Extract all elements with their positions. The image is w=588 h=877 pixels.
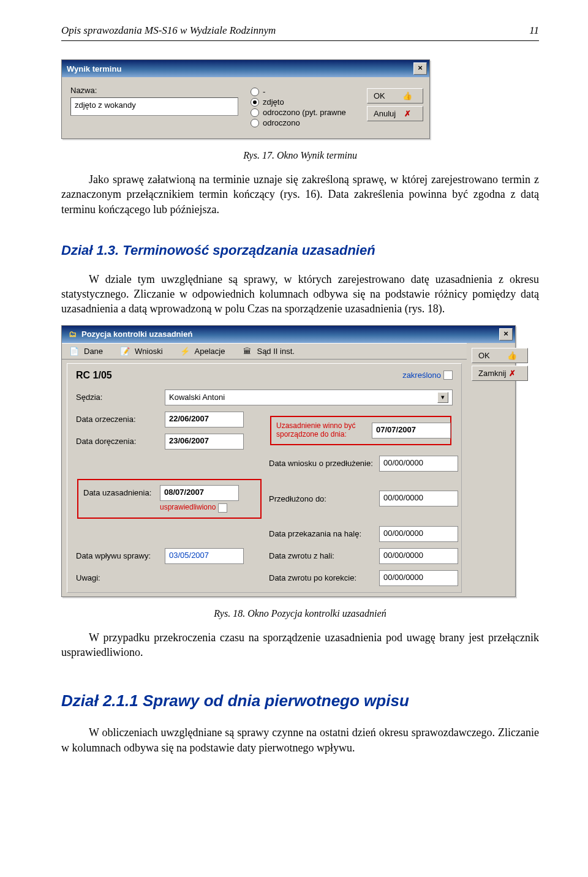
tool-dane[interactable]: 📄Dane [66,345,105,358]
thumbs-up-icon: 👍 [402,91,413,100]
radio-zdjeto[interactable]: zdjęto [251,97,367,107]
section-1-3-title: Dział 1.3. Terminowość sporządzania uzas… [61,243,539,258]
close-icon[interactable]: × [413,62,427,75]
uwagi-label: Uwagi: [76,573,159,582]
wynik-terminu-title: Wynik terminu [67,64,121,73]
tool-apelacje[interactable]: ⚡Apelacje [176,345,228,358]
data-wpl-label: Data wpływu sprawy: [76,551,159,560]
ok-button[interactable]: OK 👍 [367,88,423,104]
chevron-down-icon: ▾ [437,392,448,403]
data-uz-input[interactable]: 08/07/2007 [160,485,239,501]
przedl-input[interactable]: 00/00/0000 [379,491,458,506]
note-icon: 📝 [119,347,131,356]
cancel-icon: ✗ [507,369,518,378]
sheet-icon: 📄 [68,347,80,356]
bolt-icon: ⚡ [179,347,191,356]
radio-odroczono-pyt[interactable]: odroczono (pyt. prawne [251,108,367,117]
radio-odroczono[interactable]: odroczono [251,118,367,127]
fig18-caption: Rys. 18. Okno Pozycja kontrolki uzasadni… [61,608,539,619]
sedzia-label: Sędzia: [76,393,159,402]
section-1-3-para: W dziale tym uwzględniane są sprawy, w k… [61,272,539,317]
data-orz-input[interactable]: 22/06/2007 [165,412,244,427]
pozycja-kontrolki-titlebar[interactable]: 🗂 Pozycja kontrolki uzasadnień × [62,326,515,343]
uz-label: Uzasadnienie winno być sporządzone do dn… [276,422,367,439]
tool-sad2[interactable]: 🏛Sąd II inst. [238,345,296,358]
przek-input[interactable]: 00/00/0000 [379,526,458,542]
para-after-fig18: W przypadku przekroczenia czasu na sporz… [61,630,539,660]
zakreslono-checkbox[interactable] [443,371,453,380]
data-orz-label: Data orzeczenia: [76,415,159,424]
data-dor-label: Data doręczenia: [76,437,159,446]
section-2-1-1-para: W obliczeniach uwzględniane są sprawy cz… [61,725,539,755]
close-icon[interactable]: × [499,328,513,341]
uspr-checkbox[interactable] [218,503,227,513]
para-after-fig17: Jako sprawę załatwioną na terminie uznaj… [61,172,539,217]
header-title: Opis sprawozdania MS-S16 w Wydziale Rodz… [61,24,276,37]
zwrot-kor-input[interactable]: 00/00/0000 [379,570,458,586]
wynik-terminu-titlebar[interactable]: Wynik terminu × [62,60,429,77]
pozycja-kontrolki-dialog: 🗂 Pozycja kontrolki uzasadnień × 📄Dane 📝… [61,325,516,597]
zakreslono-toggle[interactable]: zakreślono [402,371,453,380]
data-uz-label: Data uzasadnienia: [83,488,160,497]
nazwa-input[interactable]: zdjęto z wokandy [70,97,238,116]
thumbs-up-icon: 👍 [507,351,518,360]
page-number: 11 [529,24,539,37]
sedzia-select[interactable]: Kowalski Antoni ▾ [165,390,453,405]
sedzia-value: Kowalski Antoni [169,393,225,402]
zwrot-label: Data zwrotu z hali: [269,551,373,560]
pozycja-kontrolki-title: Pozycja kontrolki uzasadnień [81,329,192,339]
app-icon: 🗂 [67,329,78,339]
wniosek-label: Data wniosku o przedłużenie: [269,459,373,468]
uz-date-input[interactable]: 07/07/2007 [372,423,451,438]
zamknij-button[interactable]: Zamknij ✗ [472,366,528,381]
section-2-1-1-title: Dział 2.1.1 Sprawy od dnia pierwotnego w… [61,691,539,710]
zwrot-kor-label: Data zwrotu po korekcie: [269,573,373,582]
rc-title: RC 1/05 [76,370,112,381]
przek-label: Data przekazania na halę: [269,529,373,538]
ok-label: OK [374,91,385,100]
radio-none[interactable]: - [251,87,367,96]
przedl-label: Przedłużono do: [269,494,373,503]
wynik-terminu-dialog: Wynik terminu × Nazwa: zdjęto z wokandy … [61,59,430,139]
zwrot-input[interactable]: 00/00/0000 [379,548,458,564]
wniosek-input[interactable]: 00/00/0000 [379,456,458,472]
nazwa-label: Nazwa: [70,86,251,95]
uspr-toggle[interactable]: usprawiedliwiono [160,503,255,513]
tool-wnioski[interactable]: 📝Wnioski [116,345,165,358]
anuluj-button[interactable]: Anuluj ✗ [367,106,423,121]
header-rule [61,40,539,41]
fig17-caption: Rys. 17. Okno Wynik terminu [61,150,539,161]
anuluj-label: Anuluj [374,109,396,118]
data-dor-input[interactable]: 23/06/2007 [165,434,244,450]
data-wpl-input[interactable]: 03/05/2007 [165,548,244,564]
cancel-icon: ✗ [402,109,413,118]
court-icon: 🏛 [241,347,253,356]
ok-button[interactable]: OK 👍 [472,348,528,363]
